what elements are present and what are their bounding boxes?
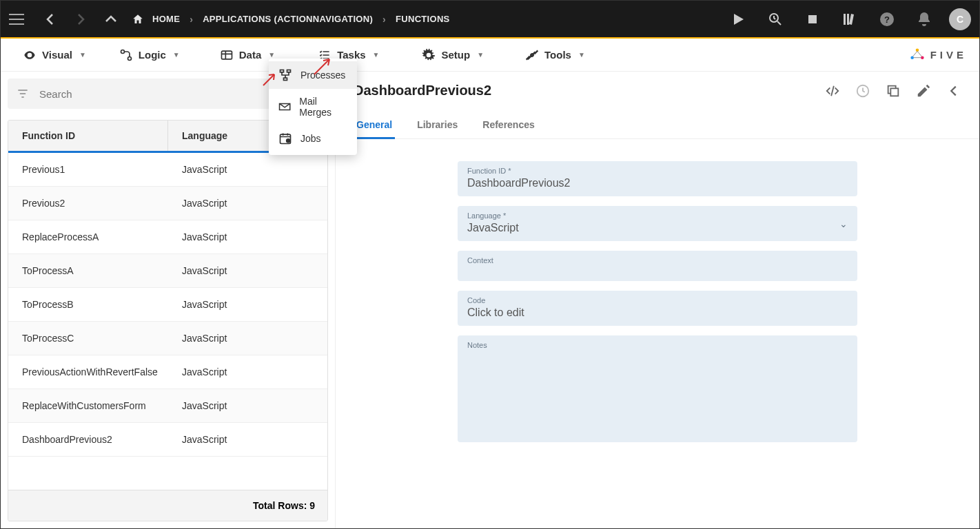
field-language[interactable]: Language * JavaScript ⌄ [458, 206, 857, 241]
flow-icon [278, 68, 292, 82]
svg-rect-8 [221, 51, 232, 59]
svg-rect-12 [280, 70, 284, 72]
dropdown-item-label: Jobs [300, 133, 321, 144]
detail-pane: DashboardPrevious2 General Libraries Ref… [335, 72, 979, 528]
field-notes[interactable]: Notes [458, 335, 857, 442]
hamburger-menu-button[interactable] [9, 14, 24, 25]
caret-down-icon: ▼ [477, 51, 484, 59]
nav-forward-button [72, 11, 89, 28]
table-footer: Total Rows: 9 [8, 490, 327, 521]
cell-language: JavaScript [168, 288, 327, 321]
copy-icon[interactable] [886, 83, 901, 98]
main-area: Function ID Language Previous1JavaScript… [1, 72, 979, 528]
svg-point-7 [127, 56, 131, 60]
tab-general[interactable]: General [354, 111, 395, 138]
library-icon[interactable] [841, 11, 858, 28]
field-context[interactable]: Context [458, 251, 857, 281]
menu-visual[interactable]: Visual▼ [13, 44, 96, 66]
inspect-icon[interactable] [767, 11, 784, 28]
svg-rect-2 [844, 14, 846, 25]
mail-icon [278, 100, 291, 114]
nav-up-button[interactable] [103, 11, 119, 28]
table-row[interactable]: Previous2JavaScript [8, 187, 327, 220]
menu-label: Tools [544, 49, 571, 61]
logo-text: FIVE [930, 49, 967, 61]
calendar-icon [278, 132, 292, 145]
detail-tabs: General Libraries References [336, 111, 979, 139]
cell-function-id: DashboardPrevious2 [8, 423, 168, 456]
cell-language: JavaScript [168, 187, 327, 220]
breadcrumb-functions[interactable]: FUNCTIONS [391, 11, 454, 27]
history-icon[interactable] [855, 83, 870, 98]
menu-setup[interactable]: Setup▼ [412, 44, 493, 66]
table-row[interactable]: ToProcessBJavaScript [8, 288, 327, 322]
table-row[interactable]: ToProcessCJavaScript [8, 322, 327, 355]
cell-language: JavaScript [168, 322, 327, 355]
field-label: Context [467, 256, 848, 264]
run-button[interactable] [730, 11, 746, 28]
chevron-right-icon: › [382, 14, 386, 25]
topbar-right: ? C [726, 8, 971, 30]
svg-rect-13 [287, 70, 291, 72]
svg-rect-14 [284, 78, 287, 80]
field-value: Click to edit [467, 307, 848, 319]
field-function-id[interactable]: Function ID * DashboardPrevious2 [458, 161, 857, 196]
cell-language: JavaScript [168, 153, 327, 186]
caret-down-icon: ▼ [578, 51, 585, 59]
filter-icon[interactable] [16, 87, 30, 101]
table-row[interactable]: Previous1JavaScript [8, 153, 327, 187]
help-icon[interactable]: ? [879, 11, 895, 28]
nav-back-button[interactable] [42, 11, 59, 28]
caret-down-icon: ▼ [79, 51, 86, 59]
table-row[interactable]: ReplaceWithCustomersFormJavaScript [8, 389, 327, 423]
caret-down-icon: ▼ [373, 51, 380, 59]
tab-libraries[interactable]: Libraries [414, 111, 460, 138]
field-value: JavaScript [467, 222, 848, 234]
eye-icon [23, 48, 37, 62]
field-label: Language * [467, 211, 848, 220]
chevron-right-icon: › [190, 14, 193, 25]
table-row[interactable]: PreviousActionWithRevertFalseJavaScript [8, 355, 327, 389]
table-row[interactable]: ReplaceProcessAJavaScript [8, 220, 327, 254]
detail-title: DashboardPrevious2 [354, 83, 491, 98]
functions-table: Function ID Language Previous1JavaScript… [8, 120, 328, 521]
cell-function-id: PreviousActionWithRevertFalse [8, 355, 168, 388]
table-row[interactable]: DashboardPrevious2JavaScript [8, 423, 327, 457]
breadcrumb-home[interactable]: HOME [148, 11, 184, 27]
brand-logo: FIVE [910, 48, 967, 63]
menubar: Visual▼ Logic▼ Data▼ Tasks▼ Setup▼ Tools… [1, 39, 979, 72]
field-code[interactable]: Code Click to edit [458, 291, 857, 326]
back-icon[interactable] [946, 83, 961, 98]
svg-rect-1 [808, 15, 817, 23]
caret-down-icon: ▼ [268, 51, 275, 59]
detail-actions [825, 83, 961, 98]
tasks-dropdown: Processes Mail Merges Jobs [269, 59, 357, 155]
cell-function-id: ToProcessA [8, 254, 168, 287]
code-icon[interactable] [825, 83, 840, 98]
column-header-function-id[interactable]: Function ID [8, 121, 168, 151]
breadcrumb-applications[interactable]: APPLICATIONS (ACTIONNAVIGATION) [198, 11, 377, 27]
cell-language: JavaScript [168, 254, 327, 287]
cell-function-id: ToProcessB [8, 288, 168, 321]
stop-button[interactable] [804, 11, 821, 28]
dropdown-item-label: Mail Merges [299, 96, 347, 118]
svg-rect-3 [847, 14, 849, 25]
svg-text:?: ? [884, 14, 890, 25]
dropdown-item-jobs[interactable]: Jobs [269, 125, 357, 152]
cell-language: JavaScript [168, 423, 327, 456]
avatar[interactable]: C [949, 8, 971, 30]
tab-references[interactable]: References [480, 111, 538, 138]
caret-down-icon: ▼ [173, 51, 180, 59]
logic-icon [119, 48, 133, 62]
home-icon [132, 13, 144, 25]
menu-label: Visual [42, 49, 72, 61]
dropdown-item-label: Processes [300, 70, 345, 81]
menu-logic[interactable]: Logic▼ [110, 44, 190, 66]
cell-language: JavaScript [168, 220, 327, 253]
bell-icon[interactable] [916, 11, 932, 28]
dropdown-item-processes[interactable]: Processes [269, 61, 357, 89]
table-row[interactable]: ToProcessAJavaScript [8, 254, 327, 288]
edit-icon[interactable] [916, 83, 931, 98]
dropdown-item-mail-merges[interactable]: Mail Merges [269, 89, 357, 125]
menu-tools[interactable]: Tools▼ [515, 44, 595, 66]
